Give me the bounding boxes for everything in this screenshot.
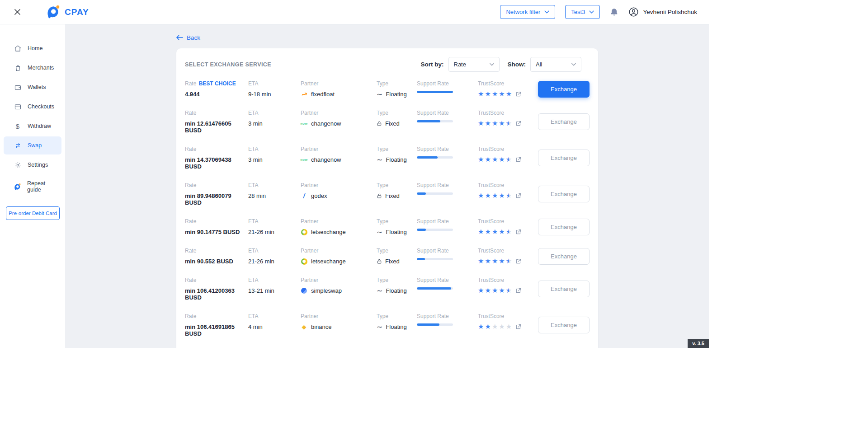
user-name: Yevhenii Polishchuk (643, 9, 697, 15)
partner-column-label: Partner (301, 80, 377, 87)
eta-cell: ETA13-21 min (248, 277, 301, 294)
account-select-button[interactable]: Test3 (565, 5, 600, 19)
external-link-icon[interactable] (515, 91, 522, 97)
eta-value: 4 min (248, 323, 301, 330)
exchange-button[interactable]: Exchange (538, 219, 590, 235)
type-column-label: Type (377, 146, 417, 152)
show-select[interactable]: All (530, 57, 581, 72)
rate-cell: Ratemin 12.61476605 BUSD (185, 110, 248, 134)
back-link[interactable]: Back (176, 34, 200, 41)
sidebar-item-label: Merchants (28, 65, 54, 71)
exchange-button[interactable]: Exchange (538, 248, 590, 265)
type-column-label: Type (377, 182, 417, 188)
trust-score-column-label: TrustScore (478, 110, 538, 116)
star-filled-icon: ★ (499, 91, 505, 97)
external-link-icon[interactable] (515, 323, 522, 330)
exchange-button[interactable]: Exchange (538, 186, 590, 202)
changenow-icon: NOW (301, 120, 307, 127)
exchange-button[interactable]: Exchange (538, 281, 590, 297)
partner-value: simpleswap (301, 287, 377, 294)
external-link-icon[interactable] (515, 229, 522, 235)
lock-icon (377, 258, 382, 264)
sidebar-item-repeat-guide[interactable]: Repeat guide (4, 175, 61, 198)
sidebar-item-checkouts[interactable]: Checkouts (4, 98, 61, 116)
star-filled-icon: ★ (485, 192, 491, 199)
eta-column-label: ETA (248, 146, 301, 152)
exchange-button[interactable]: Exchange (538, 113, 590, 130)
support-rate-column-label: Support Rate (417, 182, 478, 188)
notifications-bell-icon[interactable] (610, 8, 618, 17)
type-value: ∼Floating (377, 229, 417, 235)
cpay-logo[interactable]: CPAY (46, 5, 89, 19)
star-filled-icon: ★ (499, 258, 505, 264)
lock-icon (377, 121, 382, 126)
home-icon (14, 44, 22, 52)
external-link-icon[interactable] (515, 258, 522, 264)
eta-column-label: ETA (248, 218, 301, 225)
wallets-icon (14, 83, 22, 91)
star-filled-icon: ★ (485, 229, 491, 235)
rate-column-label: Rate (185, 313, 248, 319)
exchange-button[interactable]: Exchange (538, 317, 590, 333)
type-value: Fixed (377, 192, 417, 199)
eta-column-label: ETA (248, 313, 301, 319)
sidebar-item-home[interactable]: Home (4, 39, 61, 57)
swap-icon (14, 141, 22, 150)
support-rate-bar (417, 287, 453, 290)
floating-tilde-icon: ∼ (377, 92, 382, 97)
sidebar-nav: HomeMerchantsWalletsCheckouts$WithdrawSw… (0, 38, 65, 199)
lock-icon (377, 193, 382, 199)
external-link-icon[interactable] (515, 120, 522, 126)
partner-column-label: Partner (301, 218, 377, 225)
sidebar: HomeMerchantsWalletsCheckouts$WithdrawSw… (0, 24, 66, 348)
support-rate-bar (417, 192, 453, 195)
user-menu[interactable]: Yevhenii Polishchuk (628, 7, 697, 17)
network-filter-button[interactable]: Network filter (500, 5, 555, 19)
trust-score-cell: TrustScore★★★★★★ (478, 110, 538, 126)
trust-score-cell: TrustScore★★★★★★ (478, 182, 538, 199)
rate-value: min 90.14775 BUSD (185, 229, 248, 235)
sidebar-item-wallets[interactable]: Wallets (4, 78, 61, 96)
partner-cell: Partnerfixedfloat (301, 80, 377, 98)
eta-cell: ETA9-18 min (248, 80, 301, 98)
support-rate-bar (417, 156, 453, 159)
sidebar-item-swap[interactable]: Swap (4, 136, 61, 154)
avatar (628, 7, 639, 17)
eta-column-label: ETA (248, 80, 301, 87)
external-link-icon[interactable] (515, 156, 522, 163)
exchange-button[interactable]: Exchange (538, 81, 590, 98)
partner-value: NOWchangenow (301, 156, 377, 163)
partner-cell: Partner◆binance (301, 313, 377, 330)
star-filled-icon: ★ (492, 91, 498, 97)
exchange-row: Ratemin 90.14775 BUSDETA21-26 minPartner… (185, 212, 590, 242)
star-filled-icon: ★ (485, 323, 491, 330)
exchange-button[interactable]: Exchange (538, 150, 590, 166)
partner-name: simpleswap (311, 287, 342, 294)
eta-value: 9-18 min (248, 91, 301, 98)
type-cell: Type∼Floating (377, 146, 417, 163)
close-icon[interactable] (12, 7, 22, 17)
support-rate-column-label: Support Rate (417, 110, 478, 116)
star-filled-icon: ★ (492, 258, 498, 264)
partner-name: godex (311, 192, 327, 199)
support-rate-bar (417, 120, 453, 122)
type-column-label: Type (377, 248, 417, 254)
trust-score-column-label: TrustScore (478, 146, 538, 152)
type-column-label: Type (377, 277, 417, 283)
star-rating: ★★★★★ (478, 91, 538, 97)
star-rating: ★★★★★★ (478, 192, 538, 199)
star-filled-icon: ★ (499, 156, 505, 163)
show-value: All (536, 61, 542, 68)
sidebar-item-settings[interactable]: Settings (4, 156, 61, 174)
sidebar-item-withdraw[interactable]: $Withdraw (4, 117, 61, 135)
preorder-debit-card-button[interactable]: Pre-order Debit Card (6, 206, 60, 220)
sidebar-item-merchants[interactable]: Merchants (4, 59, 61, 77)
eta-column-label: ETA (248, 182, 301, 188)
partner-column-label: Partner (301, 110, 377, 116)
external-link-icon[interactable] (515, 192, 522, 199)
rate-value: min 12.61476605 BUSD (185, 120, 248, 134)
rate-column-label: Rate (185, 277, 248, 283)
external-link-icon[interactable] (515, 287, 522, 294)
eta-column-label: ETA (248, 110, 301, 116)
sort-by-select[interactable]: Rate (448, 57, 500, 72)
